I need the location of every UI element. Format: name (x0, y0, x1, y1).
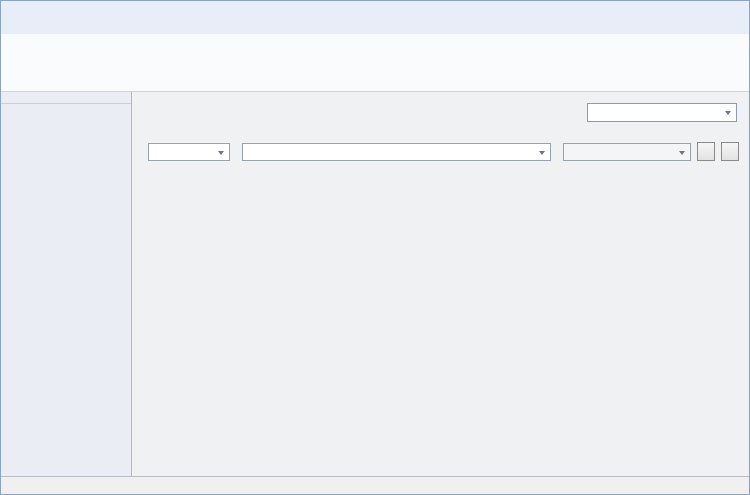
content-header (132, 92, 749, 122)
refresh-history-button[interactable] (697, 142, 715, 161)
reset-button[interactable] (721, 142, 739, 161)
ribbon-tab-strip (1, 19, 749, 34)
target-language-select[interactable] (587, 103, 737, 122)
title-bar (1, 1, 749, 19)
ribbon-collapse-icon[interactable] (727, 23, 739, 33)
sidebar (1, 92, 132, 476)
close-button[interactable] (723, 2, 747, 18)
language-filter-combo[interactable] (563, 143, 691, 161)
sidebar-items (1, 104, 131, 476)
content-pane (132, 92, 749, 476)
maximize-button[interactable] (699, 2, 723, 18)
filter-row (142, 142, 739, 161)
target-language-block (575, 103, 737, 122)
main-area (1, 92, 749, 476)
minimize-button[interactable] (675, 2, 699, 18)
who-filter-combo[interactable] (148, 143, 230, 161)
status-bar (1, 476, 749, 494)
memoq-online-project-window (0, 0, 750, 495)
window-controls (675, 2, 747, 18)
document-filter-combo[interactable] (242, 143, 551, 161)
ribbon (1, 34, 749, 92)
sidebar-action-buttons (1, 97, 131, 104)
